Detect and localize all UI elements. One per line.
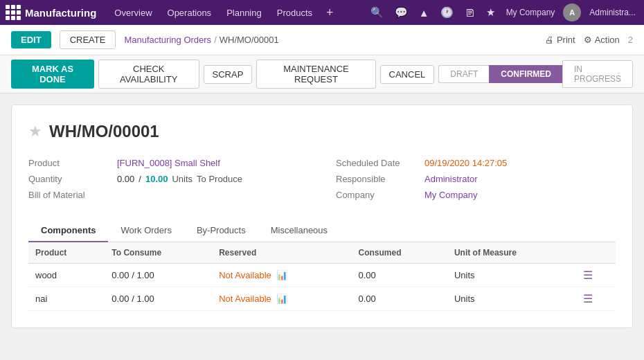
- nav-overview[interactable]: Overview: [107, 3, 159, 22]
- company-field-row: Company My Company: [336, 187, 616, 203]
- print-label: Print: [557, 35, 575, 45]
- quantity-current: 0.00: [117, 174, 134, 184]
- company-label: Company: [336, 190, 419, 200]
- col-actions: [576, 242, 616, 264]
- scheduled-date-value[interactable]: 09/19/2020 14:27:05: [424, 158, 507, 168]
- cell-detail[interactable]: ☰: [576, 264, 616, 287]
- gear-icon: ⚙: [584, 35, 592, 45]
- col-unit: Unit of Measure: [447, 242, 576, 264]
- table-header-row: Product To Consume Reserved Consumed Uni…: [28, 242, 616, 264]
- nav-planning[interactable]: Planning: [220, 3, 269, 22]
- mark-as-done-button[interactable]: MARK AS DONE: [11, 60, 94, 89]
- not-available-label: Not Available: [219, 270, 271, 280]
- cell-unit: Units: [447, 287, 576, 311]
- action-buttons: 🖨 Print ⚙ Action 2: [545, 35, 633, 45]
- search-icon[interactable]: 🔍: [368, 5, 386, 20]
- status-draft[interactable]: DRAFT: [438, 65, 489, 83]
- app-logo[interactable]: Manufacturing: [6, 5, 96, 20]
- col-to-consume: To Consume: [105, 242, 212, 264]
- admin-label[interactable]: Administra...: [587, 6, 638, 19]
- quantity-unit: Units: [172, 174, 193, 184]
- check-availability-button[interactable]: CHECK AVAILABILITY: [98, 60, 199, 89]
- quantity-action: To Produce: [197, 174, 242, 184]
- my-company-label[interactable]: My Company: [503, 6, 558, 19]
- chat-icon[interactable]: 💬: [392, 5, 411, 20]
- printer-icon: 🖨: [545, 35, 554, 45]
- grid-icon: [6, 5, 21, 20]
- cancel-button[interactable]: CANCEL: [380, 65, 435, 84]
- breadcrumb-current: WH/MO/00001: [220, 35, 279, 45]
- status-confirmed[interactable]: CONFIRMED: [489, 65, 562, 83]
- avatar[interactable]: A: [563, 3, 581, 21]
- components-table: Product To Consume Reserved Consumed Uni…: [28, 242, 616, 311]
- breadcrumb: Manufacturing Orders / WH/MO/00001: [124, 35, 278, 45]
- form-title-row: ★ WH/MO/00001: [28, 122, 616, 141]
- quantity-value-row: 0.00 / 10.00 Units To Produce: [117, 174, 242, 184]
- nav-products[interactable]: Products: [270, 3, 319, 22]
- tab-work-orders[interactable]: Work Orders: [108, 219, 184, 242]
- tab-components[interactable]: Components: [28, 219, 108, 242]
- topbar: Manufacturing Overview Operations Planni…: [0, 0, 644, 25]
- activity-icon[interactable]: ▲: [416, 6, 432, 20]
- cell-detail[interactable]: ☰: [576, 287, 616, 311]
- star-icon[interactable]: ★: [483, 5, 498, 20]
- quantity-field-row: Quantity 0.00 / 10.00 Units To Produce: [28, 171, 308, 187]
- responsible-value[interactable]: Administrator: [424, 174, 478, 184]
- cell-consumed: 0.00: [351, 287, 447, 311]
- responsible-field-row: Responsible Administrator: [336, 171, 616, 187]
- product-value[interactable]: [FURN_0008] Small Shelf: [117, 158, 220, 168]
- bom-label: Bill of Material: [28, 190, 111, 200]
- scheduled-date-field-row: Scheduled Date 09/19/2020 14:27:05: [336, 155, 616, 171]
- chart-icon[interactable]: 📊: [276, 270, 287, 280]
- detail-icon[interactable]: ☰: [583, 269, 593, 281]
- clock-icon[interactable]: 🕐: [438, 5, 456, 20]
- scrap-button[interactable]: SCRAP: [204, 65, 253, 84]
- cell-product: wood: [28, 264, 105, 287]
- cell-to-consume: 0.00 / 1.00: [105, 287, 212, 311]
- action-button[interactable]: ⚙ Action: [584, 35, 620, 45]
- edit-button[interactable]: EDIT: [11, 31, 51, 48]
- company-value[interactable]: My Company: [424, 190, 478, 200]
- topbar-icons: 🔍 💬 ▲ 🕐 🖹 ★ My Company A Administra...: [368, 3, 638, 21]
- col-consumed: Consumed: [351, 242, 447, 264]
- chart-icon[interactable]: 📊: [276, 294, 287, 304]
- plus-icon[interactable]: +: [321, 4, 339, 21]
- print-button[interactable]: 🖨 Print: [545, 35, 575, 45]
- form-title: WH/MO/00001: [49, 122, 159, 141]
- table-row: nai 0.00 / 1.00 Not Available 📊 0.00 Uni…: [28, 287, 616, 311]
- nav-operations[interactable]: Operations: [161, 3, 219, 22]
- record-number: 2: [628, 35, 633, 45]
- breadcrumb-parent[interactable]: Manufacturing Orders: [124, 35, 211, 45]
- tab-miscellaneous[interactable]: Miscellaneous: [258, 219, 340, 242]
- create-button[interactable]: CREATE: [60, 30, 116, 49]
- main-card: ★ WH/MO/00001 Product [FURN_0008] Small …: [11, 105, 633, 328]
- tabs-bar: Components Work Orders By-Products Misce…: [28, 219, 616, 242]
- favorite-star-icon[interactable]: ★: [28, 123, 42, 141]
- quantity-target[interactable]: 10.00: [145, 174, 168, 184]
- product-field-row: Product [FURN_0008] Small Shelf: [28, 155, 308, 171]
- breadcrumb-separator: /: [214, 35, 217, 45]
- status-steps: DRAFT CONFIRMED IN PROGRESS: [438, 60, 633, 88]
- not-available-label: Not Available: [219, 294, 271, 304]
- cell-consumed: 0.00: [351, 264, 447, 287]
- breadcrumb-bar: EDIT CREATE Manufacturing Orders / WH/MO…: [0, 25, 644, 55]
- quantity-sep: /: [138, 174, 141, 184]
- cell-reserved: Not Available 📊: [212, 264, 351, 287]
- table-row: wood 0.00 / 1.00 Not Available 📊 0.00 Un…: [28, 264, 616, 287]
- quantity-label: Quantity: [28, 174, 111, 184]
- cell-unit: Units: [447, 264, 576, 287]
- detail-icon[interactable]: ☰: [583, 293, 593, 305]
- col-reserved: Reserved: [212, 242, 351, 264]
- action-label: Action: [595, 35, 620, 45]
- bom-field-row: Bill of Material: [28, 187, 308, 203]
- form-fields: Product [FURN_0008] Small Shelf Quantity…: [28, 155, 616, 203]
- cell-to-consume: 0.00 / 1.00: [105, 264, 212, 287]
- cell-product: nai: [28, 287, 105, 311]
- status-in-progress[interactable]: IN PROGRESS: [562, 60, 633, 88]
- cell-reserved: Not Available 📊: [212, 287, 351, 311]
- discuss-icon[interactable]: 🖹: [462, 6, 478, 20]
- product-label: Product: [28, 158, 111, 168]
- maintenance-request-button[interactable]: MAINTENANCE REQUEST: [256, 60, 375, 89]
- tab-by-products[interactable]: By-Products: [184, 219, 258, 242]
- col-product: Product: [28, 242, 105, 264]
